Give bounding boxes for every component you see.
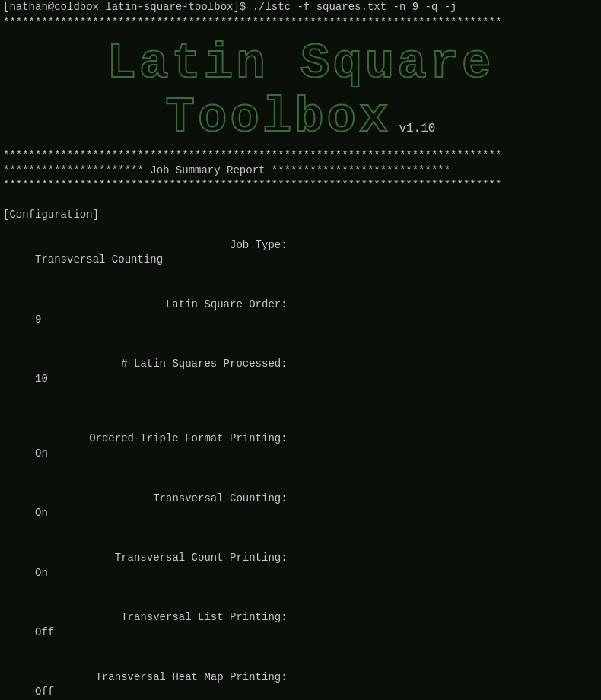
processed-label: # Latin Squares Processed: bbox=[29, 357, 288, 372]
transversal-counting-value: On bbox=[29, 507, 48, 519]
logo-line2: Toolbox bbox=[166, 91, 392, 145]
logo-container: Latin Square Toolbox v1.10 bbox=[0, 30, 601, 148]
job-type-value: Transversal Counting bbox=[29, 253, 163, 266]
job-type-label: Job Type: bbox=[29, 238, 288, 253]
transversal-heat-line: Transversal Heat Map Printing: Off bbox=[0, 655, 601, 700]
logo-title-row: Latin Square bbox=[107, 37, 494, 91]
processed-value: 10 bbox=[29, 373, 48, 385]
order-line: Latin Square Order: 9 bbox=[0, 282, 601, 342]
stars-top-2: ****************************************… bbox=[0, 148, 601, 164]
terminal-window: [nathan@coldbox latin-square-toolbox]$ .… bbox=[0, 0, 601, 700]
logo-row2: Toolbox v1.10 bbox=[166, 91, 436, 145]
transversal-count-print-value: On bbox=[29, 567, 48, 579]
logo-line1: Latin Square bbox=[107, 37, 494, 91]
transversal-counting-line: Transversal Counting: On bbox=[0, 476, 601, 536]
processed-line: # Latin Squares Processed: 10 bbox=[0, 342, 601, 402]
ordered-triple-value: On bbox=[29, 447, 48, 460]
transversal-count-print-label: Transversal Count Printing: bbox=[29, 551, 288, 566]
transversal-heat-label: Transversal Heat Map Printing: bbox=[29, 670, 288, 686]
transversal-list-line: Transversal List Printing: Off bbox=[0, 596, 601, 655]
transversal-counting-label: Transversal Counting: bbox=[29, 492, 288, 507]
transversal-count-print-line: Transversal Count Printing: On bbox=[0, 536, 601, 595]
job-type-line: Job Type: Transversal Counting bbox=[0, 223, 601, 282]
stars-top-1: ****************************************… bbox=[0, 15, 601, 30]
order-value: 9 bbox=[29, 313, 42, 326]
ordered-triple-line: Ordered-Triple Format Printing: On bbox=[0, 417, 601, 476]
order-label: Latin Square Order: bbox=[29, 298, 288, 313]
transversal-list-value: Off bbox=[29, 626, 55, 638]
blank-2 bbox=[0, 402, 601, 417]
stars-job-summary: ********************** Job Summary Repor… bbox=[0, 164, 601, 179]
transversal-heat-value: Off bbox=[29, 686, 55, 698]
transversal-list-label: Transversal List Printing: bbox=[29, 610, 288, 625]
stars-top-3: ****************************************… bbox=[0, 178, 601, 193]
blank-1 bbox=[0, 193, 601, 208]
ordered-triple-label: Ordered-Triple Format Printing: bbox=[29, 431, 288, 447]
config-header: [Configuration] bbox=[0, 208, 601, 223]
logo-version: v1.10 bbox=[399, 122, 435, 145]
top-prompt: [nathan@coldbox latin-square-toolbox]$ .… bbox=[0, 0, 601, 15]
